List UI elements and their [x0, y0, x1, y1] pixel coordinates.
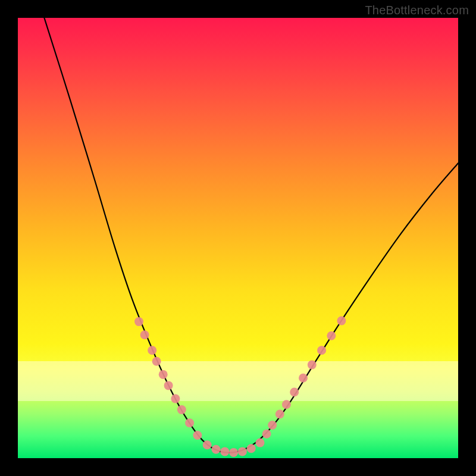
scatter-point: [275, 410, 284, 419]
scatter-point: [203, 440, 212, 449]
scatter-point: [164, 381, 173, 390]
watermark-text: TheBottleneck.com: [365, 4, 469, 17]
scatter-point: [140, 330, 149, 339]
chart-svg: [18, 18, 458, 458]
scatter-point: [337, 317, 346, 325]
scatter-point: [256, 439, 265, 447]
scatter-point: [327, 331, 336, 340]
bottleneck-curve: [44, 18, 458, 453]
scatter-point: [193, 431, 202, 440]
scatter-points: [134, 317, 346, 457]
scatter-point: [308, 361, 317, 369]
scatter-point: [299, 374, 308, 383]
scatter-point: [148, 346, 156, 355]
scatter-point: [159, 370, 168, 379]
scatter-point: [268, 421, 277, 430]
scatter-point: [185, 418, 194, 427]
outer-frame: TheBottleneck.com: [0, 0, 476, 476]
scatter-point: [282, 400, 291, 409]
plot-area: [18, 18, 458, 458]
scatter-point: [220, 447, 229, 456]
scatter-point: [262, 430, 271, 439]
scatter-point: [247, 444, 256, 453]
scatter-point: [134, 317, 143, 326]
scatter-point: [290, 388, 299, 397]
scatter-point: [152, 357, 161, 366]
scatter-point: [171, 394, 180, 403]
scatter-point: [317, 346, 326, 355]
scatter-point: [238, 447, 247, 456]
scatter-point: [229, 448, 238, 457]
scatter-point: [212, 445, 221, 454]
scatter-point: [177, 405, 186, 414]
